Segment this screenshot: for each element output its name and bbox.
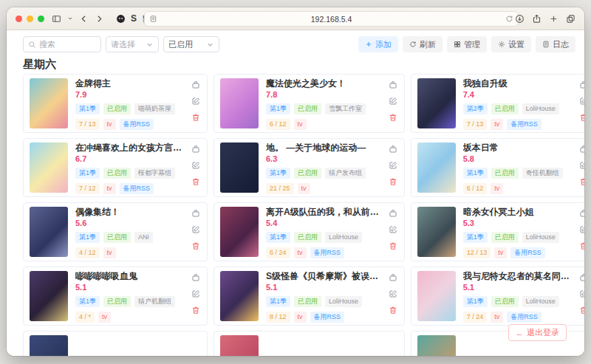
tag-status: 已启用 bbox=[294, 103, 321, 114]
tag-season: 第1季 bbox=[463, 296, 488, 307]
anime-poster bbox=[417, 335, 456, 356]
archive-icon bbox=[191, 209, 200, 218]
search-input[interactable] bbox=[39, 40, 96, 49]
edit-button[interactable] bbox=[579, 225, 584, 234]
card-title: 暗杀女仆冥土小姐 bbox=[463, 207, 584, 218]
anime-card[interactable]: 金牌得主 7.9 第1季 已启用 喵萌奶茶屋 7 / 13 tv 备用RSS bbox=[23, 74, 208, 133]
archive-button[interactable] bbox=[579, 145, 584, 154]
zoom-window-button[interactable] bbox=[38, 16, 44, 22]
trash-icon bbox=[191, 241, 200, 250]
chevron-down-icon[interactable] bbox=[67, 16, 73, 21]
back-icon[interactable] bbox=[79, 14, 89, 24]
edit-button[interactable] bbox=[389, 289, 397, 298]
address-bar[interactable]: 192.168.5.4 bbox=[144, 11, 519, 27]
archive-button[interactable] bbox=[191, 145, 200, 154]
edit-button[interactable] bbox=[389, 97, 397, 106]
archive-button[interactable] bbox=[191, 209, 200, 218]
delete-button[interactable] bbox=[191, 113, 200, 122]
tag-type: tv bbox=[103, 247, 116, 258]
delete-button[interactable] bbox=[389, 113, 397, 122]
anime-card[interactable]: 地。 —关于地球的运动— 6.3 第1季 已启用 猎户发布组 21 / 25 t… bbox=[213, 138, 405, 197]
tag-group: 雪飘工作室 bbox=[325, 103, 366, 114]
minimize-window-button[interactable] bbox=[27, 16, 33, 22]
edit-button[interactable] bbox=[579, 289, 584, 298]
add-button[interactable]: 添加 bbox=[358, 36, 398, 52]
tab-overview-icon[interactable] bbox=[566, 14, 575, 24]
anime-card[interactable]: S级怪兽《贝希摩斯》被误… 5.1 第1季 已启用 LoliHouse 8 / … bbox=[213, 267, 405, 326]
tag-progress: 7 / 12 bbox=[75, 183, 100, 194]
tag-progress: 7 / 13 bbox=[463, 119, 488, 130]
anime-card[interactable]: 我与尼特女忍者的莫名同… 5.1 第1季 已启用 LoliHouse 7 / 2… bbox=[411, 267, 584, 326]
anime-card[interactable]: 坂本日常 5.8 第1季 已启用 奇怪机翻组 6 / 12 tv bbox=[411, 138, 584, 197]
anime-card[interactable]: 在冲绳喜欢上的女孩方言… 6.7 第1季 已启用 桜都字幕组 7 / 12 tv… bbox=[23, 138, 208, 197]
delete-button[interactable] bbox=[579, 177, 584, 186]
close-window-button[interactable] bbox=[16, 16, 22, 22]
archive-button[interactable] bbox=[191, 80, 200, 89]
filter-toolbar: 请选择 已启用 添加 刷新 管理 设置 bbox=[7, 31, 584, 58]
edit-button[interactable] bbox=[389, 225, 397, 234]
reload-icon[interactable] bbox=[505, 15, 513, 23]
group-select[interactable]: 请选择 bbox=[106, 36, 159, 52]
edit-button[interactable] bbox=[191, 289, 200, 298]
new-tab-icon[interactable] bbox=[549, 14, 558, 24]
archive-icon bbox=[191, 273, 200, 282]
page-icon[interactable] bbox=[149, 15, 157, 23]
s-extension-icon[interactable]: S bbox=[131, 14, 137, 23]
archive-button[interactable] bbox=[579, 273, 584, 282]
settings-button[interactable]: 设置 bbox=[491, 36, 531, 52]
edit-button[interactable] bbox=[191, 161, 200, 170]
plus-icon bbox=[365, 41, 372, 48]
refresh-button[interactable]: 刷新 bbox=[403, 36, 443, 52]
sidebar-icon[interactable] bbox=[52, 14, 61, 24]
anime-card[interactable]: 离开A级队伍的我，和从前… 5.4 第1季 已启用 LoliHouse 6 / … bbox=[213, 202, 405, 261]
archive-button[interactable] bbox=[389, 209, 397, 218]
delete-button[interactable] bbox=[579, 241, 584, 250]
archive-button[interactable] bbox=[579, 80, 584, 89]
tag-season: 第1季 bbox=[266, 103, 290, 114]
anime-card-partial[interactable] bbox=[213, 331, 405, 356]
delete-button[interactable] bbox=[389, 241, 397, 250]
tag-status: 已启用 bbox=[294, 168, 321, 179]
status-select[interactable]: 已启用 bbox=[163, 36, 219, 52]
card-rating: 5.3 bbox=[463, 219, 584, 227]
manage-button[interactable]: 管理 bbox=[447, 36, 487, 52]
tag-progress: 4 / 12 bbox=[75, 247, 100, 258]
edit-button[interactable] bbox=[579, 161, 584, 170]
delete-button[interactable] bbox=[191, 241, 200, 250]
anime-poster bbox=[30, 78, 68, 128]
archive-button[interactable] bbox=[579, 209, 584, 218]
logs-button[interactable]: 日志 bbox=[536, 36, 575, 52]
robot-extension-icon[interactable] bbox=[116, 14, 126, 24]
tag-group: 猎户发布组 bbox=[325, 168, 366, 179]
archive-button[interactable] bbox=[389, 80, 397, 89]
delete-button[interactable] bbox=[389, 177, 397, 186]
anime-card-partial[interactable] bbox=[23, 331, 208, 356]
edit-icon bbox=[191, 161, 200, 170]
delete-button[interactable] bbox=[389, 306, 397, 315]
archive-icon bbox=[579, 209, 584, 218]
anime-card[interactable]: 我独自升级 7.4 第2季 已启用 LoliHouse 7 / 13 tv 备用… bbox=[411, 74, 584, 133]
downloads-icon[interactable] bbox=[515, 14, 525, 24]
archive-icon bbox=[389, 209, 397, 218]
edit-button[interactable] bbox=[191, 97, 200, 106]
status-select-value: 已启用 bbox=[168, 39, 193, 50]
edit-button[interactable] bbox=[191, 225, 200, 234]
delete-button[interactable] bbox=[191, 306, 200, 315]
archive-button[interactable] bbox=[389, 273, 397, 282]
delete-button[interactable] bbox=[579, 113, 584, 122]
refresh-button-label: 刷新 bbox=[420, 39, 436, 50]
archive-button[interactable] bbox=[191, 273, 200, 282]
anime-card[interactable]: 嘭嘭嘭嘭吸血鬼 5.1 第1季 已启用 猎户机翻组 4 / * tv bbox=[23, 267, 208, 326]
edit-button[interactable] bbox=[389, 161, 397, 170]
anime-card[interactable]: 暗杀女仆冥土小姐 5.3 第1季 已启用 LoliHouse 12 / 13 t… bbox=[411, 202, 584, 261]
edit-button[interactable] bbox=[579, 97, 584, 106]
share-icon[interactable] bbox=[532, 14, 542, 24]
delete-button[interactable] bbox=[191, 177, 200, 186]
anime-card[interactable]: 魔法使光之美少女！ 7.8 第1季 已启用 雪飘工作室 6 / 12 tv bbox=[213, 74, 405, 133]
forward-icon[interactable] bbox=[95, 14, 104, 24]
logout-button[interactable]: ← 退出登录 bbox=[508, 324, 567, 341]
anime-card[interactable]: 偶像集结！ 5.6 第1季 已启用 ANi 4 / 12 tv bbox=[23, 202, 208, 261]
archive-button[interactable] bbox=[389, 145, 397, 154]
tag-status: 已启用 bbox=[491, 232, 519, 243]
delete-button[interactable] bbox=[579, 306, 584, 315]
